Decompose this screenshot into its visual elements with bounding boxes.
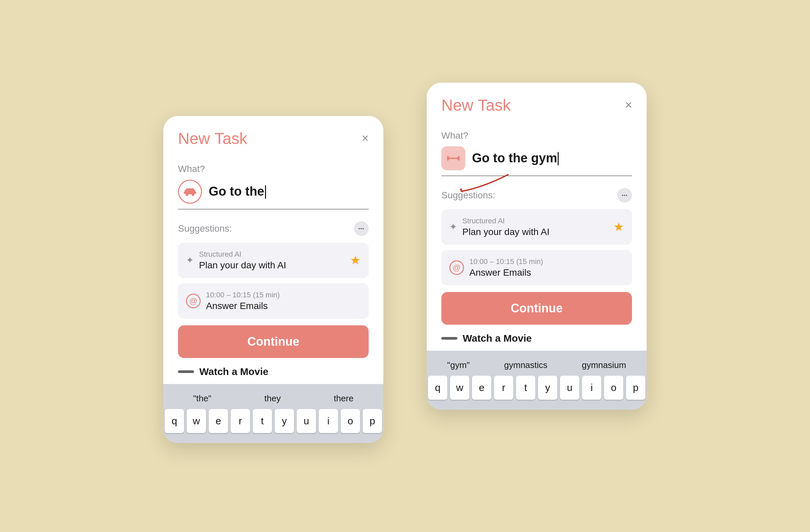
left-input-row[interactable]: Go to the	[178, 180, 369, 209]
suggestion-time: 10:00 – 10:15 (15 min)	[206, 291, 280, 299]
key-y[interactable]: y	[275, 409, 294, 433]
key-o[interactable]: o	[341, 409, 360, 433]
rks-2[interactable]: gymnastics	[504, 360, 547, 370]
rks-3[interactable]: gymnasium	[582, 360, 626, 370]
right-title-light: Task	[478, 96, 511, 114]
right-continue-button[interactable]: Continue	[441, 292, 632, 325]
left-input-text[interactable]: Go to the	[209, 184, 369, 199]
right-suggestion-structured-ai[interactable]: ✦ Structured AI Plan your day with AI ★	[441, 209, 632, 245]
svg-rect-10	[450, 158, 457, 159]
right-panel-body: What? Go to the gym	[427, 124, 647, 325]
watch-movie-bar-icon	[178, 370, 194, 373]
suggestion-left-2: @ 10:00 – 10:15 (15 min) Answer Emails	[186, 291, 280, 311]
keyboard-row-1: q w e r t y u i o p	[167, 409, 380, 433]
right-key-t[interactable]: t	[516, 376, 535, 400]
suggestion-structured-ai[interactable]: ✦ Structured AI Plan your day with AI ★	[178, 243, 369, 278]
star-icon[interactable]: ★	[350, 253, 361, 267]
right-key-o[interactable]: o	[604, 376, 623, 400]
gym-icon-box	[441, 146, 465, 170]
right-panel-header: New Task ×	[427, 83, 647, 124]
key-t[interactable]: t	[253, 409, 272, 433]
right-star-icon[interactable]: ★	[613, 220, 624, 234]
right-title-bold: New	[441, 96, 473, 114]
right-more-options-button[interactable]	[617, 188, 632, 203]
right-key-e[interactable]: e	[472, 376, 491, 400]
right-key-y[interactable]: y	[538, 376, 557, 400]
right-close-button[interactable]: ×	[625, 98, 632, 112]
keyboard-suggestions-right: "gym" gymnastics gymnasium	[430, 356, 643, 376]
key-i[interactable]: i	[319, 409, 338, 433]
continue-button[interactable]: Continue	[178, 325, 369, 358]
right-key-w[interactable]: w	[450, 376, 469, 400]
suggestion-main-text: Plan your day with AI	[199, 260, 286, 271]
what-label: What?	[178, 157, 369, 180]
svg-rect-4	[184, 192, 186, 194]
right-sparkle-icon: ✦	[449, 221, 457, 232]
suggestions-row: Suggestions:	[178, 221, 369, 236]
suggestion-email-text: Answer Emails	[206, 301, 280, 311]
right-input-text[interactable]: Go to the gym	[472, 151, 632, 166]
watch-movie-text: Watch a Movie	[199, 366, 268, 377]
left-panel-body: What? Go to the Suggest	[163, 157, 383, 358]
suggestion-answer-emails[interactable]: @ 10:00 – 10:15 (15 min) Answer Emails	[178, 283, 369, 319]
right-suggestion-time: 10:00 – 10:15 (15 min)	[469, 257, 543, 266]
right-suggestion-text-2: 10:00 – 10:15 (15 min) Answer Emails	[469, 257, 543, 278]
right-keyboard: "gym" gymnastics gymnasium q w e r t y u…	[427, 351, 647, 410]
suggestions-label: Suggestions:	[178, 223, 232, 234]
watch-movie-row: Watch a Movie	[178, 358, 369, 384]
right-key-p[interactable]: p	[626, 376, 645, 400]
suggestion-text: Structured AI Plan your day with AI	[199, 250, 286, 271]
right-suggestion-left: ✦ Structured AI Plan your day with AI	[449, 217, 549, 237]
right-suggestion-email-text: Answer Emails	[469, 267, 543, 278]
svg-point-2	[186, 193, 188, 196]
svg-point-3	[192, 193, 194, 196]
right-key-r[interactable]: r	[494, 376, 513, 400]
left-panel: New Task × What?	[163, 116, 383, 443]
car-icon-circle	[178, 180, 202, 204]
right-watch-movie-section: Watch a Movie	[427, 325, 647, 351]
right-key-i[interactable]: i	[582, 376, 601, 400]
right-watch-movie-text: Watch a Movie	[463, 333, 532, 344]
right-input-row[interactable]: Go to the gym	[441, 146, 632, 176]
right-suggestion-left-2: @ 10:00 – 10:15 (15 min) Answer Emails	[449, 257, 543, 278]
right-key-q[interactable]: q	[428, 376, 447, 400]
key-e[interactable]: e	[209, 409, 228, 433]
left-keyboard: "the" they there q w e r t y u i o p	[163, 384, 383, 443]
right-suggestion-category: Structured AI	[462, 217, 549, 225]
right-what-label: What?	[441, 124, 632, 146]
key-w[interactable]: w	[187, 409, 206, 433]
right-watch-movie-row: Watch a Movie	[441, 325, 632, 351]
key-u[interactable]: u	[297, 409, 316, 433]
key-p[interactable]: p	[363, 409, 382, 433]
key-q[interactable]: q	[165, 409, 184, 433]
svg-rect-9	[458, 156, 460, 161]
right-suggestion-main-text: Plan your day with AI	[462, 227, 549, 237]
svg-rect-1	[186, 188, 194, 192]
at-icon: @	[186, 294, 201, 308]
svg-rect-5	[194, 192, 196, 194]
right-suggestion-answer-emails[interactable]: @ 10:00 – 10:15 (15 min) Answer Emails	[441, 250, 632, 285]
sparkle-icon: ✦	[186, 255, 194, 266]
left-panel-header: New Task ×	[163, 116, 383, 157]
ks-3[interactable]: there	[334, 393, 353, 404]
right-panel-title: New Task	[441, 96, 511, 114]
more-options-button[interactable]	[354, 221, 369, 236]
suggestion-left: ✦ Structured AI Plan your day with AI	[186, 250, 286, 271]
suggestion-text-2: 10:00 – 10:15 (15 min) Answer Emails	[206, 291, 280, 311]
title-light: Task	[214, 130, 247, 147]
watch-movie-section: Watch a Movie	[163, 358, 383, 384]
right-panel: New Task × What?	[427, 83, 647, 410]
right-suggestions-row: Suggestions:	[441, 188, 632, 203]
key-r[interactable]: r	[231, 409, 250, 433]
rks-1[interactable]: "gym"	[447, 360, 470, 370]
close-button[interactable]: ×	[362, 131, 369, 145]
right-key-u[interactable]: u	[560, 376, 579, 400]
right-suggestions-label: Suggestions:	[441, 190, 495, 201]
right-at-icon: @	[449, 260, 464, 275]
left-panel-title: New Task	[178, 129, 247, 148]
right-suggestion-text: Structured AI Plan your day with AI	[462, 217, 549, 237]
title-bold: New	[178, 130, 210, 147]
right-keyboard-row-1: q w e r t y u i o p	[430, 376, 643, 400]
ks-2[interactable]: they	[264, 393, 281, 404]
ks-1[interactable]: "the"	[193, 393, 211, 404]
